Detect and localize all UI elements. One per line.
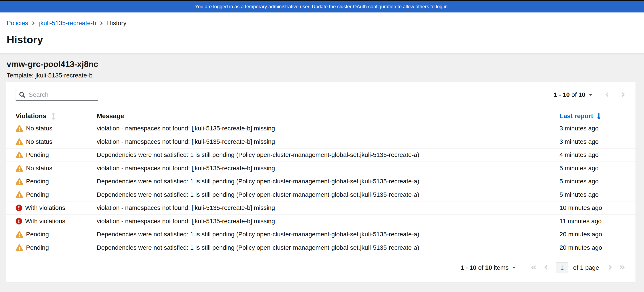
last-report-cell: 10 minutes ago [560, 204, 625, 211]
last-report-cell: 20 minutes ago [560, 244, 625, 251]
table-row: No status violation - namespaces not fou… [6, 135, 636, 149]
last-report-cell: 5 minutes ago [560, 191, 625, 198]
violations-header-label: Violations [16, 112, 46, 120]
chevron-right-icon [621, 91, 625, 99]
page-title: History [7, 33, 644, 46]
temporary-admin-banner: You are logged in as a temporary adminis… [0, 1, 644, 13]
table-row: Pending Dependencies were not satisfied:… [6, 188, 636, 202]
violations-cell: Pending [16, 231, 97, 238]
page-number-input[interactable] [556, 262, 568, 273]
table-row: With violations violation - namespaces n… [6, 215, 636, 228]
footer-range: 1 - 10 [460, 264, 476, 271]
breadcrumb-item-policies[interactable]: Policies [7, 20, 28, 27]
cluster-oauth-configuration-link[interactable]: cluster OAuth configuration [337, 4, 396, 10]
table-row: Pending Dependencies were not satisfied:… [6, 148, 636, 162]
column-header-message: Message [97, 112, 560, 120]
pagination-of-label: of [570, 91, 578, 98]
violation-status-label: Pending [26, 151, 49, 158]
exclamation-circle-icon [16, 218, 22, 224]
violation-status-label: Pending [26, 231, 49, 238]
chevron-left-icon [544, 264, 548, 271]
chevrons-left-icon [531, 264, 536, 271]
last-page-button[interactable] [620, 264, 625, 271]
search-box [16, 89, 98, 101]
pagination-range: 1 - 10 [554, 91, 570, 98]
policy-details: vmw-grc-pool413-xj8nc Template: jkuli-51… [7, 60, 636, 79]
next-page-button[interactable] [621, 91, 625, 99]
violation-status-label: No status [26, 125, 52, 132]
table-row: No status violation - namespaces not fou… [6, 162, 636, 175]
search-input[interactable] [29, 89, 109, 100]
exclamation-triangle-icon [16, 178, 23, 185]
previous-page-button[interactable] [605, 91, 609, 99]
chevron-right-icon [100, 20, 103, 26]
caret-down-icon [512, 265, 516, 270]
last-report-cell: 5 minutes ago [560, 165, 625, 172]
message-cell: Dependencies were not satisfied: 1 is st… [97, 191, 560, 198]
bottom-pagination-menu-toggle[interactable]: 1 - 10 of 10 items [460, 264, 516, 271]
exclamation-triangle-icon [16, 191, 23, 198]
violations-cell: Pending [16, 191, 97, 198]
last-report-cell: 3 minutes ago [560, 138, 625, 145]
footer-items-label: items [492, 264, 509, 271]
caret-down-icon [588, 93, 593, 97]
violations-cell: Pending [16, 178, 97, 185]
top-pagination: 1 - 10 of 10 [554, 91, 625, 99]
last-report-cell: 11 minutes ago [560, 218, 625, 225]
table-row: Pending Dependencies were not satisfied:… [6, 241, 636, 255]
table-row: With violations violation - namespaces n… [6, 201, 636, 215]
exclamation-triangle-icon [16, 231, 23, 238]
top-pagination-menu-toggle[interactable]: 1 - 10 of 10 [554, 91, 593, 98]
table-toolbar: 1 - 10 of 10 [6, 82, 636, 101]
table-row: No status violation - namespaces not fou… [6, 122, 636, 135]
table-header-row: Violations Message Last report [6, 110, 636, 122]
column-header-violations[interactable]: Violations [16, 112, 97, 120]
violation-status-label: Pending [26, 178, 49, 185]
chevron-left-icon [605, 91, 609, 99]
chevrons-right-icon [620, 264, 625, 271]
violation-status-label: No status [26, 165, 52, 172]
previous-page-button[interactable] [544, 264, 548, 271]
exclamation-triangle-icon [16, 152, 23, 158]
table-row: Pending Dependencies were not satisfied:… [6, 228, 636, 241]
chevron-right-icon [32, 20, 35, 26]
cluster-name-title: vmw-grc-pool413-xj8nc [7, 60, 636, 69]
violation-status-label: Pending [26, 191, 49, 198]
sort-both-icon [52, 113, 55, 120]
violations-cell: No status [16, 125, 97, 132]
history-card: 1 - 10 of 10 Viol [6, 82, 636, 282]
breadcrumb-item-policy-name[interactable]: jkuli-5135-recreate-b [39, 20, 96, 27]
banner-text-before: You are logged in as a temporary adminis… [195, 4, 337, 10]
breadcrumb: Policies jkuli-5135-recreate-b History [7, 20, 644, 27]
footer-total: 10 [485, 264, 492, 271]
violations-cell: No status [16, 165, 97, 172]
exclamation-triangle-icon [16, 244, 23, 251]
last-report-header-label: Last report [560, 112, 593, 120]
next-page-button[interactable] [608, 264, 612, 271]
pagination-total: 10 [578, 91, 585, 98]
message-cell: Dependencies were not satisfied: 1 is st… [97, 231, 560, 238]
first-page-button[interactable] [531, 264, 536, 271]
last-report-cell: 20 minutes ago [560, 231, 625, 238]
message-cell: violation - namespaces not found: [jkuli… [97, 125, 560, 132]
search-icon [19, 92, 25, 98]
message-cell: violation - namespaces not found: [jkuli… [97, 138, 560, 145]
message-cell: violation - namespaces not found: [jkuli… [97, 218, 560, 225]
violations-cell: Pending [16, 151, 97, 158]
message-cell: violation - namespaces not found: [jkuli… [97, 165, 560, 172]
violations-cell: With violations [16, 204, 97, 211]
page-count-label: of 1 page [573, 264, 599, 271]
exclamation-circle-icon [16, 204, 22, 211]
sort-descending-arrow-icon [597, 113, 601, 120]
exclamation-triangle-icon [16, 125, 23, 132]
violation-status-label: With violations [25, 218, 66, 225]
violation-status-label: No status [26, 138, 52, 145]
violations-cell: Pending [16, 244, 97, 251]
message-cell: violation - namespaces not found: [jkuli… [97, 204, 560, 211]
violation-status-label: With violations [25, 204, 66, 211]
message-cell: Dependencies were not satisfied: 1 is st… [97, 151, 560, 158]
violations-cell: With violations [16, 218, 97, 225]
footer-of-label: of [476, 264, 485, 271]
column-header-last-report[interactable]: Last report [560, 112, 625, 120]
page-content: vmw-grc-pool413-xj8nc Template: jkuli-51… [0, 53, 644, 282]
